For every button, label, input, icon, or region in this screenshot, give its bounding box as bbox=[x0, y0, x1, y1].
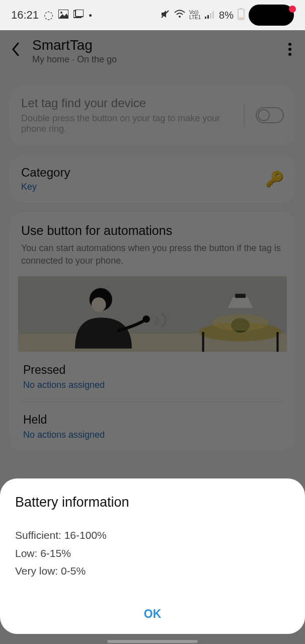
battery-info-dialog: Battery information Sufficient: 16-100% … bbox=[0, 478, 305, 634]
svg-rect-12 bbox=[239, 18, 243, 19]
dialog-line-low: Low: 6-15% bbox=[15, 544, 290, 562]
camera-cutout bbox=[249, 5, 294, 26]
battery-icon bbox=[238, 8, 245, 23]
dot-icon: ● bbox=[89, 12, 92, 19]
wifi-icon bbox=[174, 10, 185, 21]
spinner-icon: ◌ bbox=[44, 9, 53, 22]
app-icon bbox=[73, 9, 84, 22]
svg-point-1 bbox=[60, 12, 62, 14]
svg-rect-6 bbox=[205, 17, 206, 19]
signal-icon bbox=[205, 10, 215, 21]
network-label: Vo))LTE1 bbox=[189, 10, 201, 20]
image-icon bbox=[58, 9, 68, 22]
svg-rect-9 bbox=[212, 11, 214, 19]
dialog-ok-button[interactable]: OK bbox=[15, 600, 290, 624]
svg-rect-3 bbox=[75, 10, 84, 17]
svg-rect-7 bbox=[207, 15, 209, 19]
mute-icon bbox=[160, 9, 170, 22]
svg-rect-8 bbox=[210, 13, 211, 19]
status-bar: 16:21 ◌ ● Vo))LTE1 8% bbox=[0, 0, 305, 30]
battery-percent: 8% bbox=[219, 10, 234, 21]
svg-rect-11 bbox=[240, 8, 242, 10]
nav-handle[interactable] bbox=[0, 640, 305, 643]
dialog-line-verylow: Very low: 0-5% bbox=[15, 562, 290, 580]
dialog-title: Battery information bbox=[15, 495, 290, 510]
dialog-line-sufficient: Sufficient: 16-100% bbox=[15, 526, 290, 544]
status-time: 16:21 bbox=[11, 9, 39, 22]
svg-point-5 bbox=[179, 16, 181, 18]
dialog-ok-label: OK bbox=[144, 607, 162, 620]
